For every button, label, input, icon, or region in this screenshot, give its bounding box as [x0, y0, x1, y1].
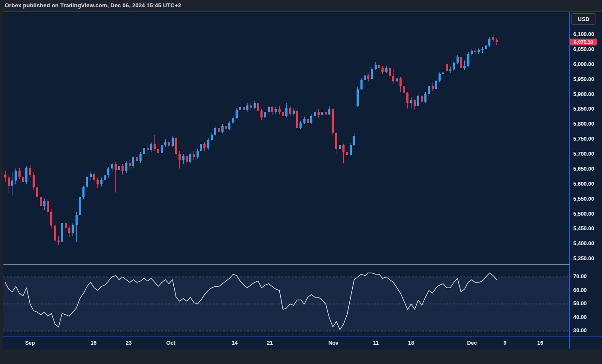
- price-tick-label: 5,450.00: [573, 226, 594, 232]
- price-tick-label: 5,500.00: [573, 211, 594, 217]
- price-tick-label: 5,400.00: [573, 241, 594, 247]
- price-tick-label: 5,650.00: [573, 166, 594, 172]
- currency-toggle-usd-button[interactable]: USD: [571, 13, 596, 25]
- time-tick-label: Oct: [166, 340, 175, 346]
- price-tick-label: 5,900.00: [573, 91, 594, 97]
- price-tick-label: 5,750.00: [573, 136, 594, 142]
- header-bar: Orbex published on TradingView.com, Dec …: [0, 0, 602, 12]
- chart-surface[interactable]: [3, 12, 602, 349]
- price-tick-label: 50.00: [573, 301, 587, 307]
- price-tick-label: 5,800.00: [573, 121, 594, 127]
- price-tick-label: 30.00: [573, 328, 587, 334]
- time-tick-label: 9: [504, 340, 507, 346]
- time-tick-label: 18: [408, 340, 414, 346]
- footer-bar: TradingView: [0, 349, 602, 364]
- price-tick-label: 6,050.00: [573, 46, 594, 52]
- time-tick-label: Dec: [467, 340, 477, 346]
- time-tick-label: Sep: [25, 340, 35, 346]
- publish-text: Orbex published on TradingView.com, Dec …: [5, 2, 181, 9]
- price-tick-label: 6,100.00: [573, 31, 594, 37]
- price-tick-label: 6,000.00: [573, 61, 594, 67]
- price-tick-label: 5,350.00: [573, 256, 594, 262]
- price-tick-label: 60.00: [573, 287, 587, 293]
- price-tick-label: 70.00: [573, 274, 587, 280]
- time-tick-label: 16: [537, 340, 543, 346]
- tradingview-snapshot: Orbex published on TradingView.com, Dec …: [0, 0, 602, 364]
- time-tick-label: 11: [373, 340, 378, 346]
- time-tick-label: 21: [267, 340, 273, 346]
- price-tick-label: 5,550.00: [573, 196, 594, 202]
- time-tick-label: 23: [126, 340, 132, 346]
- last-price-label: 6,075.10: [570, 39, 597, 45]
- time-tick-label: 16: [91, 340, 97, 346]
- time-tick-label: Nov: [328, 340, 339, 346]
- price-tick-label: 5,600.00: [573, 181, 594, 187]
- time-tick-label: 14: [232, 340, 238, 346]
- price-tick-label: 40.00: [573, 314, 587, 320]
- price-tick-label: 5,850.00: [573, 106, 594, 112]
- price-tick-label: 5,950.00: [573, 76, 594, 82]
- price-tick-label: 5,700.00: [573, 151, 594, 157]
